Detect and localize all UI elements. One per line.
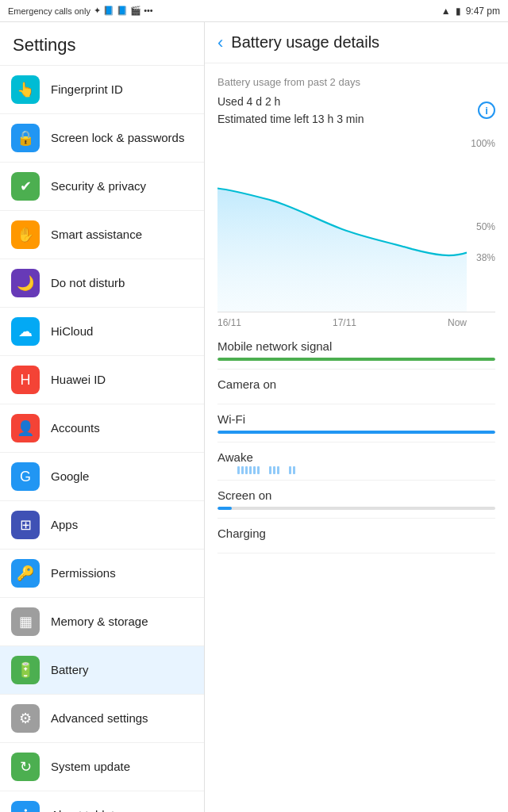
sidebar-icon-google: G bbox=[11, 462, 40, 491]
awake-dot-8 bbox=[249, 466, 252, 474]
bar-track-mobile-network bbox=[217, 358, 495, 361]
usage-from-label: Battery usage from past 2 days bbox=[217, 76, 495, 88]
main-container: Settings 👆Fingerprint ID🔒Screen lock & p… bbox=[0, 22, 508, 812]
sidebar-label-screenlock: Screen lock & passwords bbox=[51, 130, 184, 146]
usage-item-mobile-network: Mobile network signal bbox=[217, 331, 495, 370]
sidebar-icon-apps: ⊞ bbox=[11, 511, 40, 539]
awake-dot-14 bbox=[273, 466, 275, 474]
sidebar-item-advanced[interactable]: ⚙Advanced settings bbox=[0, 695, 204, 743]
usage-label-mobile-network: Mobile network signal bbox=[217, 339, 495, 353]
estimated-text: Estimated time left 13 h 3 min bbox=[217, 110, 364, 128]
awake-dot-19 bbox=[293, 466, 295, 474]
sidebar-icon-abouttablet: ℹ bbox=[11, 801, 40, 812]
sidebar-item-hicloud[interactable]: ☁HiCloud bbox=[0, 308, 204, 356]
sidebar-icon-memory: ▦ bbox=[11, 607, 40, 636]
bar-fill-screen-on bbox=[217, 507, 232, 510]
awake-dots-awake bbox=[217, 469, 495, 472]
bar-fill-wifi bbox=[217, 431, 495, 434]
sidebar-label-battery: Battery bbox=[51, 662, 89, 678]
sidebar-item-battery[interactable]: 🔋Battery bbox=[0, 646, 204, 695]
sidebar-item-apps[interactable]: ⊞Apps bbox=[0, 501, 204, 550]
emergency-text: Emergency calls only bbox=[8, 6, 90, 16]
awake-dot-6 bbox=[241, 466, 244, 474]
sidebar-icon-permissions: 🔑 bbox=[11, 559, 40, 588]
sidebar-title: Settings bbox=[0, 22, 204, 66]
awake-dot-10 bbox=[257, 466, 260, 474]
usage-item-awake: Awake bbox=[217, 442, 495, 481]
used-text: Used 4 d 2 h bbox=[217, 93, 364, 110]
sidebar: Settings 👆Fingerprint ID🔒Screen lock & p… bbox=[0, 22, 205, 812]
sidebar-item-memory[interactable]: ▦Memory & storage bbox=[0, 598, 204, 646]
chart-50-label: 50% bbox=[476, 221, 495, 232]
wifi-icon: ▲ bbox=[441, 6, 451, 17]
sidebar-label-smart: Smart assistance bbox=[51, 227, 142, 243]
sidebar-item-donotdisturb[interactable]: 🌙Do not disturb bbox=[0, 259, 204, 308]
awake-dot-9 bbox=[253, 466, 256, 474]
usage-row: Used 4 d 2 h Estimated time left 13 h 3 … bbox=[217, 93, 495, 128]
awake-dot-7 bbox=[245, 466, 248, 474]
battery-icon: ▮ bbox=[456, 6, 461, 17]
status-right: ▲ ▮ 9:47 pm bbox=[441, 6, 500, 17]
usage-label-camera-on: Camera on bbox=[217, 377, 495, 391]
sidebar-label-systemupdate: System update bbox=[51, 759, 130, 775]
sidebar-label-accounts: Accounts bbox=[51, 420, 100, 436]
detail-header: ‹ Battery usage details bbox=[205, 22, 508, 63]
sidebar-icon-fingerprint: 👆 bbox=[11, 75, 40, 104]
awake-dot-5 bbox=[237, 466, 240, 474]
sidebar-icon-accounts: 👤 bbox=[11, 414, 40, 442]
awake-dot-13 bbox=[269, 466, 271, 474]
bar-fill-mobile-network bbox=[217, 358, 495, 361]
sidebar-icon-advanced: ⚙ bbox=[11, 704, 40, 733]
battery-chart: 100% 50% 38% bbox=[217, 138, 495, 312]
sidebar-label-security: Security & privacy bbox=[51, 178, 146, 194]
awake-dot-15 bbox=[277, 466, 279, 474]
sidebar-label-fingerprint: Fingerprint ID bbox=[51, 82, 123, 98]
sidebar-item-permissions[interactable]: 🔑Permissions bbox=[0, 550, 204, 598]
usage-label-screen-on: Screen on bbox=[217, 488, 495, 502]
usage-item-wifi: Wi-Fi bbox=[217, 404, 495, 442]
usage-item-screen-on: Screen on bbox=[217, 481, 495, 519]
sidebar-icon-systemupdate: ↻ bbox=[11, 753, 40, 781]
sidebar-item-screenlock[interactable]: 🔒Screen lock & passwords bbox=[0, 114, 204, 163]
sidebar-label-memory: Memory & storage bbox=[51, 614, 148, 630]
status-bar: Emergency calls only ✦ 📘 📘 🎬 ••• ▲ ▮ 9:4… bbox=[0, 0, 508, 22]
sidebar-icon-donotdisturb: 🌙 bbox=[11, 269, 40, 297]
info-icon[interactable]: i bbox=[478, 102, 495, 119]
sidebar-icon-security: ✔ bbox=[11, 172, 40, 201]
detail-panel: ‹ Battery usage details Battery usage fr… bbox=[205, 22, 508, 812]
sidebar-item-abouttablet[interactable]: ℹAbout tablet bbox=[0, 791, 204, 812]
sidebar-item-fingerprint[interactable]: 👆Fingerprint ID bbox=[0, 66, 204, 114]
sidebar-item-security[interactable]: ✔Security & privacy bbox=[0, 163, 204, 211]
battery-content: Battery usage from past 2 days Used 4 d … bbox=[205, 63, 508, 812]
sidebar-label-hicloud: HiCloud bbox=[51, 324, 93, 339]
sidebar-items-container: 👆Fingerprint ID🔒Screen lock & passwords✔… bbox=[0, 66, 204, 812]
chart-label-start: 16/11 bbox=[217, 317, 241, 328]
sidebar-icon-huaweiid: H bbox=[11, 366, 40, 394]
bar-track-screen-on bbox=[217, 507, 495, 510]
sidebar-item-smart[interactable]: ✋Smart assistance bbox=[0, 211, 204, 259]
awake-dot-18 bbox=[289, 466, 291, 474]
chart-svg bbox=[217, 138, 467, 312]
sidebar-icon-hicloud: ☁ bbox=[11, 317, 40, 346]
sidebar-icon-smart: ✋ bbox=[11, 220, 40, 249]
usage-label-charging: Charging bbox=[217, 527, 495, 540]
sidebar-label-apps: Apps bbox=[51, 517, 78, 533]
usage-label-awake: Awake bbox=[217, 450, 495, 464]
sidebar-label-abouttablet: About tablet bbox=[51, 807, 114, 812]
time-display: 9:47 pm bbox=[466, 6, 500, 17]
usage-details: Used 4 d 2 h Estimated time left 13 h 3 … bbox=[217, 93, 364, 128]
sidebar-label-donotdisturb: Do not disturb bbox=[51, 275, 125, 291]
sidebar-icon-screenlock: 🔒 bbox=[11, 124, 40, 152]
chart-labels: 16/11 17/11 Now bbox=[217, 316, 495, 328]
sidebar-icon-battery: 🔋 bbox=[11, 656, 40, 684]
chart-100-label: 100% bbox=[471, 138, 495, 149]
sidebar-item-systemupdate[interactable]: ↻System update bbox=[0, 743, 204, 791]
usage-item-camera-on: Camera on bbox=[217, 370, 495, 404]
back-button[interactable]: ‹ bbox=[217, 34, 223, 52]
detail-title: Battery usage details bbox=[231, 33, 379, 52]
sidebar-label-google: Google bbox=[51, 469, 89, 485]
sidebar-item-google[interactable]: GGoogle bbox=[0, 453, 204, 501]
sidebar-item-huaweiid[interactable]: HHuawei ID bbox=[0, 356, 204, 404]
chart-label-end: Now bbox=[448, 317, 467, 328]
sidebar-item-accounts[interactable]: 👤Accounts bbox=[0, 404, 204, 453]
